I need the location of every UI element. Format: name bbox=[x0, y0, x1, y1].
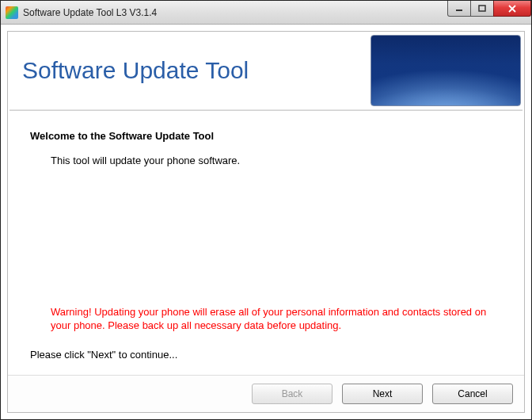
svg-rect-1 bbox=[479, 6, 485, 11]
description-text: This tool will update your phone softwar… bbox=[51, 155, 502, 166]
spacer bbox=[30, 174, 502, 305]
content-inner: Software Update Tool Welcome to the Soft… bbox=[7, 31, 525, 413]
header-title: Software Update Tool bbox=[22, 32, 370, 109]
cancel-button[interactable]: Cancel bbox=[432, 384, 513, 404]
app-window: Software Update Tool L3 V3.1.4 Software … bbox=[0, 0, 532, 420]
svg-rect-0 bbox=[456, 10, 462, 11]
welcome-heading: Welcome to the Software Update Tool bbox=[30, 130, 502, 142]
footer: Back Next Cancel bbox=[8, 375, 524, 412]
app-icon bbox=[6, 6, 18, 19]
minimize-button[interactable] bbox=[447, 1, 471, 17]
back-button: Back bbox=[252, 384, 332, 404]
next-button[interactable]: Next bbox=[342, 384, 423, 404]
close-button[interactable] bbox=[493, 1, 531, 17]
warning-text: Warning! Updating your phone will erase … bbox=[51, 305, 494, 333]
instruction-text: Please click "Next" to continue... bbox=[30, 349, 502, 361]
header: Software Update Tool bbox=[8, 32, 524, 109]
maximize-button[interactable] bbox=[470, 1, 494, 17]
titlebar[interactable]: Software Update Tool L3 V3.1.4 bbox=[1, 1, 531, 25]
body: Welcome to the Software Update Tool This… bbox=[8, 111, 524, 375]
header-graphic bbox=[370, 35, 521, 106]
window-title: Software Update Tool L3 V3.1.4 bbox=[23, 7, 157, 18]
content-outer: Software Update Tool Welcome to the Soft… bbox=[1, 25, 531, 419]
window-controls bbox=[448, 1, 531, 17]
